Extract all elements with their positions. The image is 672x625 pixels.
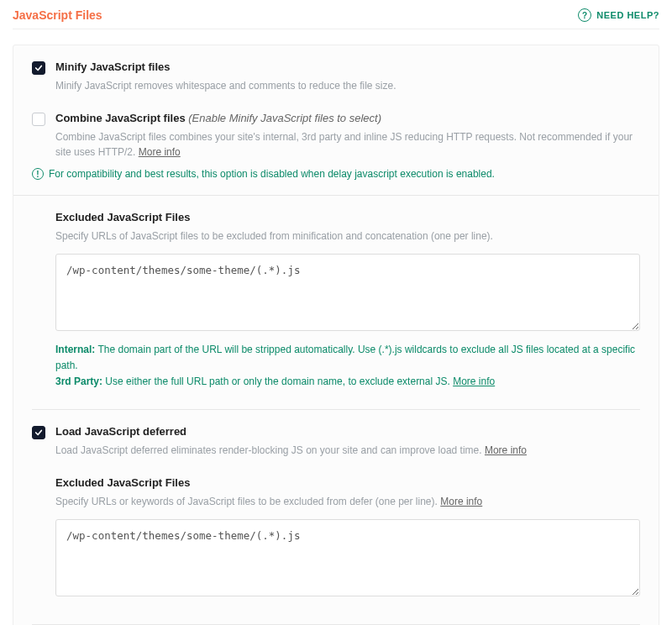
defer-more-info[interactable]: More info xyxy=(485,444,527,456)
excluded-defer-title: Excluded JavaScript Files xyxy=(55,476,640,489)
excluded-defer-textarea[interactable] xyxy=(55,519,640,596)
info-icon: ! xyxy=(32,168,44,180)
defer-checkbox[interactable] xyxy=(32,426,45,439)
need-help-label: NEED HELP? xyxy=(596,10,659,20)
minify-label: Minify JavaScript files xyxy=(55,60,640,73)
option-defer: Load JavaScript deferred Load JavaScript… xyxy=(13,410,659,458)
defer-label: Load JavaScript deferred xyxy=(55,425,640,438)
combine-desc: Combine JavaScript files combines your s… xyxy=(55,129,640,160)
excluded-minify-desc: Specify URLs of JavaScript files to be e… xyxy=(55,228,640,244)
option-combine: Combine JavaScript files (Enable Minify … xyxy=(13,93,659,180)
option-minify: Minify JavaScript files Minify JavaScrip… xyxy=(13,45,659,93)
excluded-minify-title: Excluded JavaScript Files xyxy=(55,211,640,223)
excluded-defer-more-info[interactable]: More info xyxy=(440,496,482,507)
excluded-minify-section: Excluded JavaScript Files Specify URLs o… xyxy=(13,196,659,391)
combine-warning: ! For compatibility and best results, th… xyxy=(32,168,640,180)
page-header: JavaScript Files ? NEED HELP? xyxy=(13,8,659,29)
settings-panel: Minify JavaScript files Minify JavaScrip… xyxy=(13,45,659,625)
need-help-link[interactable]: ? NEED HELP? xyxy=(578,8,659,22)
minify-checkbox[interactable] xyxy=(32,61,45,75)
page-title: JavaScript Files xyxy=(13,8,102,22)
combine-label: Combine JavaScript files (Enable Minify … xyxy=(55,112,640,124)
excluded-minify-textarea[interactable] xyxy=(55,254,640,331)
combine-checkbox[interactable] xyxy=(32,113,45,126)
defer-desc: Load JavaScript deferred eliminates rend… xyxy=(55,443,640,458)
excluded-defer-section: Excluded JavaScript Files Specify URLs o… xyxy=(13,458,659,599)
help-icon: ? xyxy=(578,8,591,22)
excluded-defer-desc: Specify URLs or keywords of JavaScript f… xyxy=(55,494,640,509)
excluded-minify-more-info[interactable]: More info xyxy=(453,376,495,387)
combine-more-info[interactable]: More info xyxy=(139,146,181,158)
check-icon xyxy=(34,64,43,72)
excluded-minify-hint: Internal: The domain part of the URL wil… xyxy=(55,342,640,391)
check-icon xyxy=(34,428,43,437)
minify-desc: Minify JavaScript removes whitespace and… xyxy=(55,78,640,93)
combine-dependency: (Enable Minify JavaScript files to selec… xyxy=(188,112,381,124)
settings-page: JavaScript Files ? NEED HELP? Minify Jav… xyxy=(0,0,672,625)
